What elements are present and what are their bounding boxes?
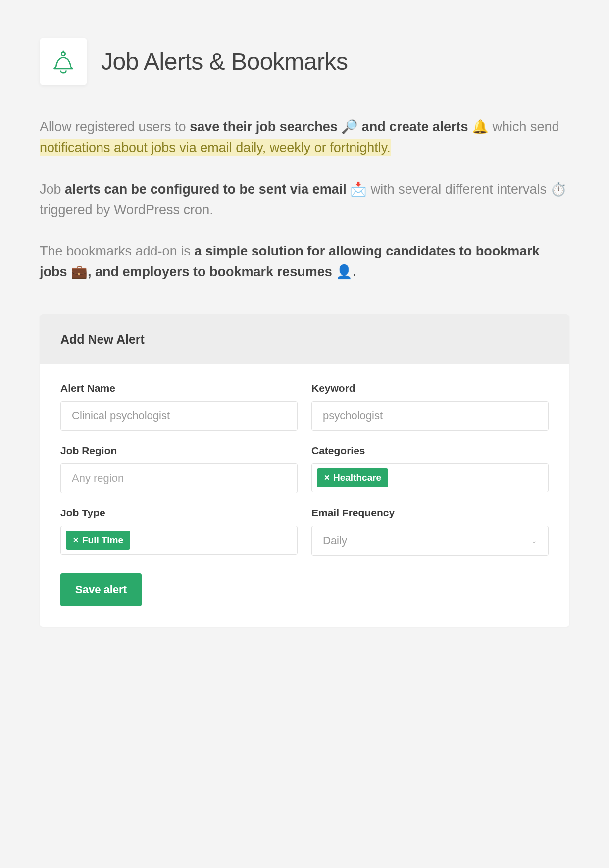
stopwatch-icon: ⏱️ [550, 182, 567, 197]
keyword-input[interactable] [311, 401, 549, 431]
categories-label: Categories [311, 445, 549, 457]
close-icon[interactable]: ✕ [324, 473, 330, 482]
tag-label: Full Time [82, 535, 123, 546]
keyword-label: Keyword [311, 382, 549, 394]
person-icon: 👤 [336, 264, 353, 279]
intro-paragraph-1: Allow registered users to save their job… [40, 117, 569, 158]
chevron-down-icon: ⌄ [531, 537, 537, 545]
text: which send [489, 119, 559, 134]
text: Allow registered users to [40, 119, 190, 134]
email-frequency-label: Email Frequency [311, 507, 549, 519]
page-title: Job Alerts & Bookmarks [101, 48, 348, 75]
text: with several different intervals [367, 182, 550, 197]
intro-paragraph-2: Job alerts can be configured to be sent … [40, 179, 569, 221]
text-bold: . [353, 264, 356, 279]
bell-icon [51, 49, 75, 74]
text: Job [40, 182, 65, 197]
text-bold: alerts can be configured to be sent via … [65, 182, 350, 197]
categories-input[interactable]: ✕Healthcare [311, 463, 549, 492]
intro-paragraph-3: The bookmarks add-on is a simple solutio… [40, 241, 569, 283]
add-alert-card: Add New Alert Alert Name Keyword Job Reg… [40, 314, 569, 627]
alert-name-input[interactable] [60, 401, 298, 431]
inbox-icon: 📩 [350, 182, 367, 197]
card-title: Add New Alert [60, 332, 549, 347]
briefcase-icon: 💼 [71, 264, 88, 279]
job-region-label: Job Region [60, 445, 298, 457]
bell-emoji-icon: 🔔 [472, 119, 489, 134]
jobtype-tag-fulltime[interactable]: ✕Full Time [66, 531, 130, 550]
magnifier-icon: 🔎 [341, 119, 358, 134]
tag-label: Healthcare [333, 472, 381, 483]
text: The bookmarks add-on is [40, 244, 194, 258]
text-bold: and create alerts [358, 119, 472, 134]
text-bold: save their job searches [190, 119, 341, 134]
category-tag-healthcare[interactable]: ✕Healthcare [317, 468, 388, 487]
job-type-label: Job Type [60, 507, 298, 519]
alert-name-label: Alert Name [60, 382, 298, 394]
job-type-input[interactable]: ✕Full Time [60, 526, 298, 555]
svg-point-0 [61, 52, 65, 55]
card-header: Add New Alert [40, 314, 569, 364]
close-icon[interactable]: ✕ [73, 536, 79, 545]
highlighted-text: notifications about jobs via email daily… [40, 139, 391, 156]
card-body: Alert Name Keyword Job Region Categories… [40, 364, 569, 627]
bell-icon-box [40, 38, 87, 85]
job-region-input[interactable] [60, 463, 298, 493]
save-alert-button[interactable]: Save alert [60, 573, 142, 606]
select-value: Daily [323, 534, 347, 547]
email-frequency-select[interactable]: Daily ⌄ [311, 526, 549, 556]
text-bold: , and employers to bookmark resumes [88, 264, 336, 279]
page-header: Job Alerts & Bookmarks [40, 38, 569, 85]
text: triggered by WordPress cron. [40, 203, 213, 217]
